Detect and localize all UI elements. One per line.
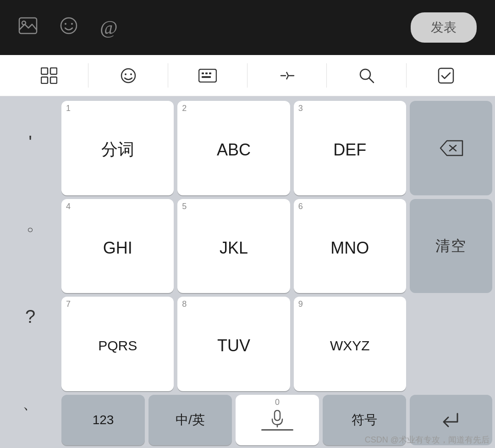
search-toolbar-icon[interactable] xyxy=(327,55,406,96)
key-row-3: 7 PQRS 8 TUV 9 WXYZ xyxy=(61,297,406,391)
key-abc[interactable]: 2 ABC xyxy=(177,101,290,195)
footer-text: CSDN @术业有专攻，闻道有先后 xyxy=(365,434,490,445)
svg-rect-8 xyxy=(50,77,57,83)
check-toolbar-icon[interactable] xyxy=(407,55,486,96)
main-key-grid: 1 分词 2 ABC 3 DEF 4 GHI xyxy=(61,101,406,445)
svg-point-2 xyxy=(61,18,77,33)
key-123[interactable]: 123 xyxy=(61,395,145,445)
svg-point-4 xyxy=(71,23,73,25)
key-voice[interactable]: 0 xyxy=(236,395,319,445)
keyboard-area: ' ○ ? 、 1 分词 xyxy=(0,96,495,448)
key-tuv[interactable]: 8 TUV xyxy=(177,297,290,391)
action-column: 清空 xyxy=(410,101,492,445)
keyboard-toolbar-icon[interactable] xyxy=(168,55,248,96)
keyboard-wrapper: ' ○ ? 、 1 分词 xyxy=(0,96,495,448)
clear-key[interactable]: 清空 xyxy=(410,199,492,293)
svg-rect-7 xyxy=(41,77,48,83)
punct-key-period[interactable]: ○ xyxy=(3,188,58,271)
top-toolbar: @ 发表 xyxy=(0,0,495,55)
voice-container xyxy=(261,410,293,431)
cursor-toolbar-icon[interactable] xyxy=(248,55,327,96)
key-row-1: 1 分词 2 ABC 3 DEF xyxy=(61,101,406,195)
punct-key-pause[interactable]: 、 xyxy=(3,362,58,445)
svg-rect-14 xyxy=(205,72,208,74)
voice-underline xyxy=(261,429,293,431)
key-jkl[interactable]: 5 JKL xyxy=(177,199,290,293)
svg-rect-13 xyxy=(202,72,204,74)
punct-key-comma[interactable]: ' xyxy=(3,101,58,184)
toolbar-icons: @ xyxy=(18,17,118,39)
svg-rect-0 xyxy=(19,18,37,33)
svg-rect-19 xyxy=(275,410,280,420)
delete-key[interactable] xyxy=(410,101,492,195)
svg-point-3 xyxy=(65,23,66,25)
punct-key-question[interactable]: ? xyxy=(3,275,58,359)
key-row-4: 123 中/英 0 xyxy=(61,395,406,445)
second-toolbar xyxy=(0,55,495,96)
svg-rect-12 xyxy=(199,69,216,82)
svg-rect-15 xyxy=(209,72,211,74)
key-ghi[interactable]: 4 GHI xyxy=(61,199,174,293)
svg-rect-16 xyxy=(202,76,211,78)
at-icon[interactable]: @ xyxy=(100,17,118,39)
key-pqrs[interactable]: 7 PQRS xyxy=(61,297,174,391)
key-def[interactable]: 3 DEF xyxy=(294,101,406,195)
post-button[interactable]: 发表 xyxy=(411,12,477,43)
key-lang[interactable]: 中/英 xyxy=(148,395,232,445)
svg-point-10 xyxy=(125,73,126,75)
emoji-toolbar-icon[interactable] xyxy=(88,55,168,96)
action-spacer xyxy=(410,297,492,391)
svg-rect-6 xyxy=(50,68,57,74)
key-fenshi[interactable]: 1 分词 xyxy=(61,101,174,195)
image-icon[interactable] xyxy=(18,17,38,39)
grid-toolbar-icon[interactable] xyxy=(9,55,88,96)
svg-rect-18 xyxy=(439,68,453,83)
punctuation-column: ' ○ ? 、 xyxy=(3,101,58,445)
key-wxyz[interactable]: 9 WXYZ xyxy=(294,297,406,391)
svg-point-11 xyxy=(130,73,132,75)
key-row-2: 4 GHI 5 JKL 6 MNO xyxy=(61,199,406,293)
key-mno[interactable]: 6 MNO xyxy=(294,199,406,293)
svg-point-9 xyxy=(121,69,135,83)
svg-rect-5 xyxy=(41,68,48,74)
emoji-icon[interactable] xyxy=(60,17,78,39)
